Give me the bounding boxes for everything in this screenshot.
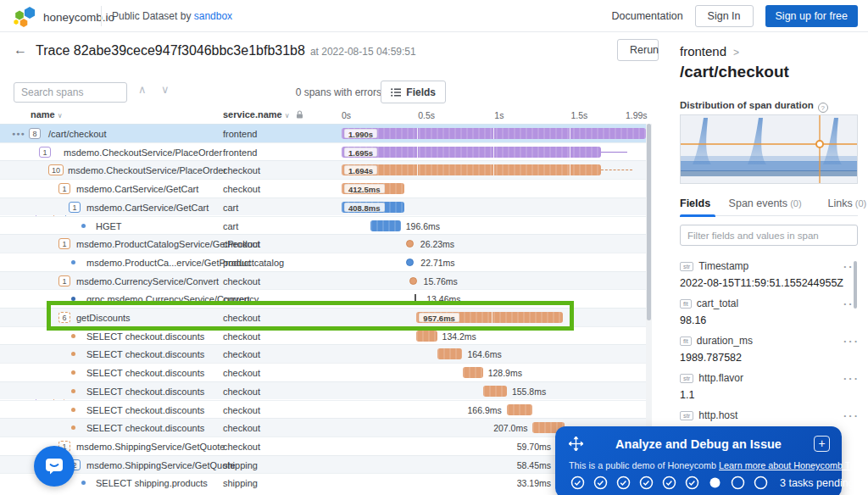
span-name[interactable]: SELECT checkout.discounts — [86, 405, 204, 415]
help-icon[interactable]: ? — [818, 103, 828, 113]
span-row[interactable]: msdemo.ProductCa...ervice/GetProductprod… — [0, 253, 646, 271]
duration-bar[interactable] — [507, 404, 532, 415]
span-row[interactable]: 6getDiscountscheckout957.6ms — [0, 308, 646, 326]
span-name[interactable]: SELECT shipping.products — [96, 478, 208, 488]
span-name[interactable]: msdemo.CheckoutService/PlaceOrder — [68, 165, 226, 175]
span-name[interactable]: msdemo.ShippingService/GetQuote — [86, 460, 235, 470]
span-row[interactable]: 1msdemo.ProductCatalogService/GetProduct… — [0, 234, 646, 253]
span-row[interactable]: SELECT checkout.discountscheckout134.2ms — [0, 326, 646, 345]
fields-toggle-button[interactable]: Fields — [381, 81, 446, 103]
span-name[interactable]: msdemo.CheckoutService/PlaceOrder — [64, 147, 222, 158]
span-row[interactable]: SELECT checkout.discountscheckout207.0ms — [0, 418, 646, 437]
tab-fields[interactable]: Fields — [680, 197, 710, 209]
duration-bar[interactable] — [416, 331, 437, 342]
duration-distribution-chart[interactable] — [680, 114, 858, 184]
child-count-badge[interactable]: 8 — [29, 128, 41, 139]
field-menu-icon[interactable]: ··· — [843, 260, 860, 273]
field-menu-icon[interactable]: ··· — [843, 372, 860, 385]
filter-fields-input[interactable] — [680, 225, 858, 246]
duration-bar[interactable] — [370, 220, 400, 231]
child-count-badge[interactable]: 1 — [58, 183, 70, 194]
table-scrollbar-thumb[interactable] — [647, 124, 651, 320]
column-service-name[interactable]: service.name∨ — [223, 109, 303, 120]
dataset-link[interactable]: sandbox — [194, 10, 232, 22]
span-name[interactable]: SELECT checkout.discounts — [86, 349, 204, 359]
learn-more-link[interactable]: Learn more about Honeycomb Tracing — [719, 460, 868, 470]
child-count-badge[interactable]: 6 — [58, 312, 70, 323]
span-name[interactable]: SELECT checkout.discounts — [86, 387, 204, 397]
span-row[interactable]: 1msdemo.ShippingService/GetQuotecheckout… — [0, 437, 646, 455]
row-menu-icon[interactable]: ●●● — [12, 131, 25, 136]
span-row[interactable]: HGETcart196.6ms — [0, 216, 646, 235]
span-name[interactable]: SELECT checkout.discounts — [86, 331, 204, 342]
tab-span-events[interactable]: Span events (0) — [729, 197, 802, 209]
span-row[interactable]: ●●●8/cart/checkoutfrontend1.990s — [0, 124, 646, 142]
duration-bar[interactable]: 1.695s — [342, 147, 601, 158]
rerun-button[interactable]: Rerun — [617, 39, 659, 61]
prev-match-icon[interactable]: ∧ — [138, 83, 147, 96]
duration-bar[interactable]: 1.694s — [342, 164, 601, 175]
duration-dot[interactable] — [406, 259, 414, 266]
span-name[interactable]: SELECT checkout.discounts — [86, 423, 204, 433]
duration-bar[interactable] — [483, 386, 507, 397]
span-name[interactable]: msdemo.CartService/GetCart — [86, 203, 209, 213]
step-complete-icon[interactable] — [593, 476, 608, 490]
field-menu-icon[interactable]: ··· — [843, 335, 860, 348]
sign-in-button[interactable]: Sign In — [695, 5, 754, 27]
span-name[interactable]: msdemo.CartService/GetCart — [76, 184, 198, 194]
span-row[interactable]: 2msdemo.ShippingService/GetQuoteshipping… — [0, 455, 646, 474]
field-menu-icon[interactable]: ··· — [843, 409, 860, 422]
documentation-link[interactable]: Documentation — [612, 10, 683, 22]
step-current-icon[interactable] — [708, 476, 722, 490]
span-name[interactable]: HGET — [96, 221, 122, 231]
duration-bar[interactable]: 957.6ms — [416, 312, 563, 323]
step-todo-icon[interactable] — [731, 476, 745, 490]
duration-bar[interactable]: 412.5ms — [342, 183, 404, 194]
field-menu-icon[interactable]: ··· — [843, 298, 860, 310]
tab-links[interactable]: Links (0) — [828, 197, 867, 209]
chat-launcher-button[interactable] — [34, 446, 75, 487]
step-complete-icon[interactable] — [570, 476, 585, 490]
duration-bar[interactable]: 408.8ms — [342, 202, 404, 213]
duration-bar[interactable] — [437, 348, 463, 359]
step-complete-icon[interactable] — [662, 476, 676, 490]
span-row[interactable]: 1msdemo.CheckoutService/PlaceOrderfronte… — [0, 142, 646, 161]
duration-tick[interactable] — [415, 294, 416, 304]
sidebar-scrollbar-thumb[interactable] — [854, 261, 857, 309]
child-count-badge[interactable]: 10 — [48, 164, 64, 175]
child-count-badge[interactable]: 1 — [39, 147, 51, 158]
span-name[interactable]: SELECT checkout.discounts — [86, 368, 204, 378]
span-row[interactable]: SELECT checkout.discountscheckout166.9ms — [0, 400, 646, 419]
child-count-badge[interactable]: 1 — [58, 238, 70, 249]
child-count-badge[interactable]: 1 — [58, 275, 70, 286]
step-complete-icon[interactable] — [616, 476, 631, 490]
span-row[interactable]: 1msdemo.CartService/GetCartcheckout412.5… — [0, 179, 646, 197]
step-complete-icon[interactable] — [639, 476, 654, 490]
child-count-badge[interactable]: 1 — [69, 202, 81, 213]
duration-dot[interactable] — [406, 240, 414, 248]
span-row[interactable]: SELECT checkout.discountscheckout164.6ms — [0, 344, 646, 363]
span-name[interactable]: getDiscounts — [76, 313, 131, 323]
search-spans-input[interactable] — [14, 82, 127, 103]
duration-dot[interactable] — [409, 277, 417, 285]
span-name[interactable]: msdemo.ShippingService/GetQuote — [76, 442, 225, 452]
span-row[interactable]: grpc.msdemo.CurrencyService/Convertcurre… — [0, 289, 646, 308]
service-breadcrumb[interactable]: frontend> — [680, 44, 739, 58]
span-row[interactable]: SELECT shipping.productsshipping33.19ms — [0, 473, 646, 492]
span-row[interactable]: 1msdemo.CurrencyService/Convertcheckout1… — [0, 271, 646, 290]
column-name[interactable]: name∨ — [31, 109, 63, 120]
expand-plus-icon[interactable]: + — [814, 436, 830, 452]
span-row[interactable]: 10msdemo.CheckoutService/PlaceOrdercheck… — [0, 160, 646, 179]
next-match-icon[interactable]: ∨ — [161, 83, 170, 96]
back-arrow-icon[interactable]: ← — [14, 42, 27, 58]
span-row[interactable]: SELECT checkout.discountscheckout155.8ms — [0, 381, 646, 400]
span-row[interactable]: 1msdemo.CartService/GetCartcart408.8ms — [0, 197, 646, 216]
step-complete-icon[interactable] — [685, 476, 699, 490]
span-row[interactable]: SELECT checkout.discountscheckout128.9ms — [0, 363, 646, 381]
duration-bar[interactable]: 1.990s — [342, 128, 646, 139]
span-name[interactable]: /cart/checkout — [48, 129, 106, 139]
span-name[interactable]: msdemo.CurrencyService/Convert — [76, 276, 219, 286]
duration-bar[interactable] — [463, 367, 482, 378]
sign-up-button[interactable]: Sign up for free — [765, 5, 858, 27]
honeycomb-logo[interactable]: honeycomb.io — [12, 5, 114, 29]
